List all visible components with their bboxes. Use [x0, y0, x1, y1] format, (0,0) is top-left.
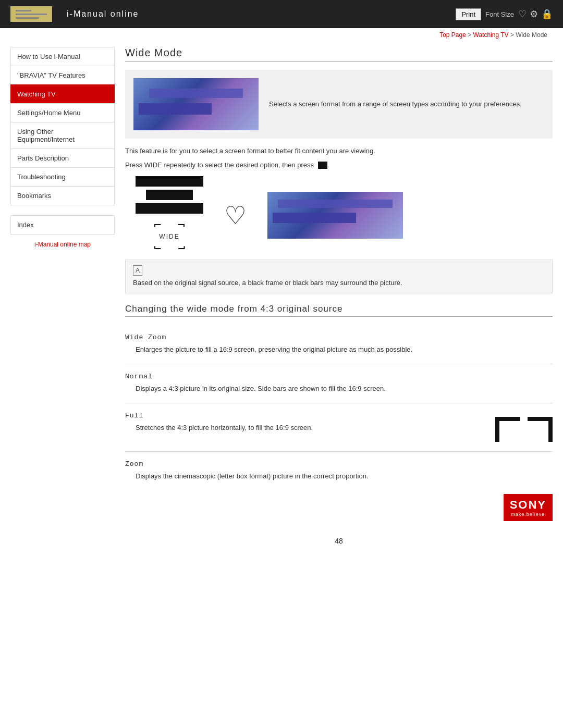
black-bars [136, 176, 203, 214]
breadcrumb-sep2: > [509, 31, 516, 39]
corner-brackets: ⌐ ¬ WIDE ⌐ ⌐ [154, 219, 185, 254]
sidebar-item-settings[interactable]: Settings/Home Menu [10, 103, 115, 122]
sub-section-full: Full Stretches the 4:3 picture horizonta… [125, 403, 553, 452]
info-box-text: Selects a screen format from a range of … [269, 99, 522, 109]
sub-section-text-full: Stretches the 4:3 picture horizontally, … [125, 423, 495, 434]
sony-logo: SONY make.believe [504, 494, 553, 521]
svg-rect-1 [495, 417, 499, 442]
corner-br: ⌐ [178, 242, 185, 254]
logo-line-3 [16, 17, 39, 19]
wide-label: WIDE [154, 233, 185, 240]
note-label: A [133, 265, 142, 276]
note-box: A Based on the original signal source, a… [125, 260, 553, 294]
sub-section-normal: Normal Displays a 4:3 picture in its ori… [125, 364, 553, 403]
sidebar-divider [10, 205, 115, 210]
logo-line-2 [16, 14, 47, 15]
breadcrumb-top-page[interactable]: Top Page [439, 31, 466, 39]
bar-mid [146, 190, 193, 200]
desc-text-2-text: Press WIDE repeatedly to select the desi… [125, 161, 314, 169]
page-number: 48 [125, 537, 553, 545]
logo-box [10, 6, 52, 22]
breadcrumb-sep1: > [466, 31, 473, 39]
sidebar-item-troubleshooting[interactable]: Troubleshooting [10, 167, 115, 187]
breadcrumb: Top Page > Watching TV > Wide Mode [0, 28, 563, 42]
header-title: i-Manual online [67, 9, 139, 19]
corner-icon-f-left [495, 417, 521, 443]
sidebar-item-parts-description[interactable]: Parts Description [10, 149, 115, 168]
sub-section-title-normal: Normal [125, 373, 553, 380]
sony-tagline: make.believe [510, 512, 546, 517]
sub-section-text-zoom: Displays the cinemascopic (letter box fo… [125, 471, 553, 482]
main-layout: How to Use i-Manual "BRAVIA" TV Features… [0, 42, 563, 566]
sub-section-title-zoom: Zoom [125, 460, 553, 468]
font-size-label: Font Size [485, 10, 514, 18]
corner-icon-f-right [527, 417, 553, 443]
font-icons: ♡ ⚙ 🔒 [518, 8, 553, 20]
wide-right-image [267, 192, 403, 239]
bracket-bot: ⌐ ⌐ [154, 242, 185, 254]
info-box: Selects a screen format from a range of … [125, 70, 553, 139]
sub-section-text-normal: Displays a 4:3 picture in its original s… [125, 384, 553, 394]
desc-text-2: Press WIDE repeatedly to select the desi… [125, 160, 553, 171]
sub-section-title-full: Full [125, 412, 495, 419]
breadcrumb-watching-tv[interactable]: Watching TV [473, 31, 509, 39]
header-right: Print Font Size ♡ ⚙ 🔒 [456, 8, 553, 20]
enter-icon [318, 162, 327, 169]
wide-heart-icon: ♡ [224, 201, 247, 230]
sidebar-item-bravia-features[interactable]: "BRAVIA" TV Features [10, 66, 115, 85]
svg-rect-3 [548, 417, 553, 442]
corner-icons-full [495, 417, 553, 443]
section-title: Changing the wide mode from 4:3 original… [125, 304, 553, 314]
font-medium-icon[interactable]: ⚙ [530, 8, 538, 20]
logo-line-1 [16, 10, 31, 11]
corner-tl: ⌐ [154, 219, 161, 231]
print-button[interactable]: Print [456, 8, 481, 20]
corner-tr: ¬ [178, 219, 185, 231]
logo-lines [16, 10, 47, 19]
content-area: Wide Mode Selects a screen format from a… [125, 42, 553, 566]
corner-bl: ⌐ [154, 242, 161, 254]
logo-area: i-Manual online [10, 6, 139, 22]
bracket-top: ⌐ ¬ [154, 219, 185, 231]
desc-text-1: This feature is for you to select a scre… [125, 146, 553, 157]
sidebar: How to Use i-Manual "BRAVIA" TV Features… [10, 47, 115, 566]
sub-section-text-wide-zoom: Enlarges the picture to fill a 16:9 scre… [125, 344, 553, 355]
sidebar-item-index[interactable]: Index [10, 215, 115, 235]
sub-section-zoom: Zoom Displays the cinemascopic (letter b… [125, 452, 553, 490]
font-small-icon[interactable]: ♡ [518, 8, 527, 20]
breadcrumb-current: Wide Mode [516, 31, 547, 39]
sidebar-item-how-to-use[interactable]: How to Use i-Manual [10, 47, 115, 66]
sub-section-title-wide-zoom: Wide Zoom [125, 334, 553, 341]
sidebar-map-link[interactable]: i-Manual online map [10, 241, 115, 248]
bar-top [136, 176, 203, 187]
sidebar-item-other-equipment[interactable]: Using Other Equipment/Internet [10, 122, 115, 149]
font-large-icon[interactable]: 🔒 [541, 8, 553, 20]
note-text: Based on the original signal source, a b… [133, 279, 402, 287]
bar-bot [136, 203, 203, 214]
sony-logo-area: SONY make.believe [125, 490, 553, 521]
wide-diagram-wrapper: ⌐ ¬ WIDE ⌐ ⌐ ♡ [136, 176, 553, 254]
wide-left-block: ⌐ ¬ WIDE ⌐ ⌐ [136, 176, 203, 254]
page-title: Wide Mode [125, 47, 553, 59]
title-rule [125, 61, 553, 61]
header: i-Manual online Print Font Size ♡ ⚙ 🔒 [0, 0, 563, 28]
info-box-image [133, 78, 259, 130]
sidebar-item-bookmarks[interactable]: Bookmarks [10, 186, 115, 205]
sub-section-wide-zoom: Wide Zoom Enlarges the picture to fill a… [125, 325, 553, 364]
full-section-content: Full Stretches the 4:3 picture horizonta… [125, 412, 495, 434]
section-rule [125, 316, 553, 317]
sidebar-item-watching-tv[interactable]: Watching TV [10, 84, 115, 104]
sony-text: SONY [510, 498, 546, 512]
